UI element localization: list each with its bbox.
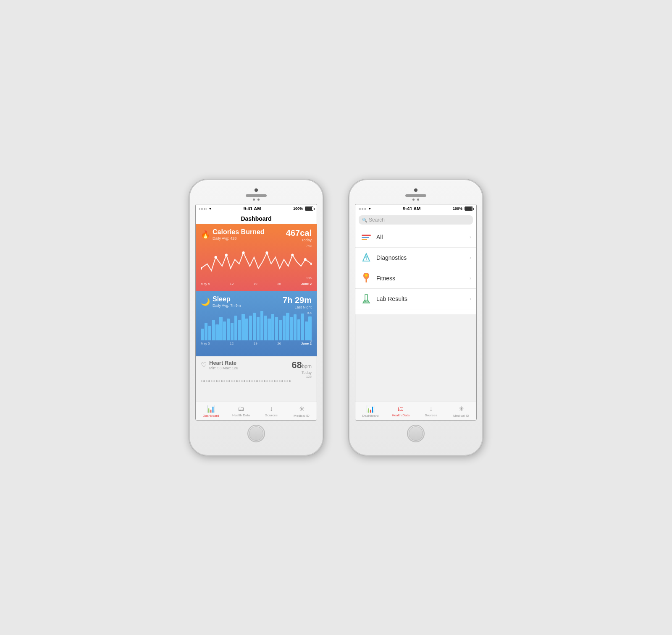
sensor-dot-2: [257, 199, 260, 201]
sleep-date-26: 26: [277, 342, 281, 345]
fitness-chevron: ›: [470, 275, 471, 281]
date-26: 26: [277, 282, 281, 286]
heart-dot: [276, 380, 278, 382]
heart-dot: [274, 380, 276, 382]
screen-2: ••••• ▾ 9:41 AM 100% 🔍 Search: [355, 204, 477, 421]
svg-point-13: [365, 274, 368, 277]
heart-dot: [284, 380, 286, 382]
tab-dashboard[interactable]: 📊 Dashboard: [196, 402, 226, 420]
tab2-health-data[interactable]: 🗂 Health Data: [386, 402, 416, 420]
all-label: All: [376, 234, 470, 240]
tab2-health-data-icon: 🗂: [397, 405, 404, 413]
search-placeholder: Search: [369, 217, 385, 223]
battery-percent-2: 100%: [453, 206, 462, 211]
heart-dot: [249, 380, 250, 382]
tab2-sources-label: Sources: [425, 413, 437, 417]
tab2-dashboard-label: Dashboard: [362, 414, 378, 418]
tab2-medical-id-label: Medical ID: [453, 414, 469, 418]
heart-dots: [201, 380, 312, 382]
sleep-subtitle: Daily Avg: 7h 9m: [213, 303, 241, 308]
sleep-date-19: 19: [254, 342, 257, 345]
flame-icon: 🔥: [201, 230, 210, 239]
status-right-2: 100%: [453, 206, 473, 211]
camera: [255, 188, 258, 192]
list-item-me[interactable]: Me ›: [355, 309, 476, 314]
heart-dot: [246, 380, 248, 382]
wifi-icon-2: ▾: [369, 206, 371, 211]
tab2-medical-id[interactable]: ✳ Medical ID: [446, 402, 476, 420]
calories-time: Today: [286, 238, 312, 242]
svg-point-9: [365, 256, 368, 258]
calories-title: Calories Burned: [213, 228, 265, 236]
sensors-2: [412, 199, 419, 201]
diagnostics-label: Diagnostics: [376, 254, 470, 261]
heart-dot: [244, 380, 245, 382]
tab-health-data[interactable]: 🗂 Health Data: [226, 402, 256, 420]
sleep-min: 0: [310, 339, 312, 343]
phone-health-data: ••••• ▾ 9:41 AM 100% 🔍 Search: [349, 179, 483, 456]
list-item-lab[interactable]: Lab Results ›: [355, 289, 476, 309]
sleep-date-may5: May 5: [201, 342, 210, 345]
sleep-max: 9.5: [307, 311, 312, 315]
all-icon: [360, 231, 372, 243]
battery-icon: [305, 206, 313, 211]
sleep-value-group: 7h 29m Last Night: [283, 295, 312, 309]
status-bar: ••••• ▾ 9:41 AM 100%: [196, 204, 317, 213]
sleep-card: 🌙 Sleep Daily Avg: 7h 9m 7h 29m Last Nig…: [196, 291, 317, 356]
tab2-dashboard-icon: 📊: [366, 405, 375, 413]
heart-dot: [239, 380, 240, 382]
heart-dot: [216, 380, 218, 382]
list-item-fitness[interactable]: Fitness ›: [355, 268, 476, 289]
home-button-inner: [249, 426, 263, 441]
heart-dot: [221, 380, 223, 382]
tab2-dashboard[interactable]: 📊 Dashboard: [355, 402, 386, 420]
list-item-all[interactable]: All ›: [355, 227, 476, 248]
heart-dot: [289, 380, 291, 382]
heart-dot: [271, 380, 273, 382]
phone-top: [195, 188, 318, 201]
heart-dot: [234, 380, 235, 382]
heart-dot: [269, 380, 270, 382]
heart-title: Heart Rate: [209, 360, 238, 366]
diagnostics-icon: [360, 252, 372, 264]
sleep-value: 7h 29m: [283, 295, 312, 305]
sleep-bars: [201, 311, 312, 340]
status-left-2: ••••• ▾: [359, 206, 371, 211]
svg-point-15: [367, 300, 368, 301]
tab-sources[interactable]: ↓ Sources: [256, 402, 286, 420]
battery-fill-2: [465, 207, 472, 210]
svg-point-14: [365, 301, 366, 302]
calories-header: 🔥 Calories Burned Daily Avg: 428 467cal …: [201, 228, 312, 242]
svg-point-6: [304, 258, 307, 261]
svg-point-3: [242, 251, 244, 254]
calories-card: 🔥 Calories Burned Daily Avg: 428 467cal …: [196, 224, 317, 291]
tab2-sources[interactable]: ↓ Sources: [416, 402, 446, 420]
heart-unit: bpm: [302, 363, 312, 369]
medical-id-icon: ✳: [299, 405, 304, 413]
tab-medical-id-label: Medical ID: [294, 414, 310, 418]
sleep-time: Last Night: [283, 305, 312, 309]
tab-dashboard-label: Dashboard: [202, 414, 219, 418]
home-button-2[interactable]: [407, 425, 425, 442]
wifi-icon: ▾: [209, 206, 211, 211]
heart-dot: [281, 380, 283, 382]
lab-icon: [360, 293, 372, 305]
dashboard-icon: 📊: [207, 405, 215, 413]
all-chevron: ›: [470, 234, 471, 240]
heart-dot: [231, 380, 233, 382]
heart-dot: [213, 380, 215, 382]
calories-value: 467cal: [286, 228, 312, 238]
camera-2: [414, 188, 417, 192]
heart-icon: ♡: [201, 361, 207, 369]
calories-dates: May 5 12 19 26 June 2: [201, 282, 312, 286]
heart-dot: [259, 380, 260, 382]
moon-icon: 🌙: [201, 297, 210, 306]
sleep-dates: May 5 12 19 26 June 2: [201, 342, 312, 345]
date-12: 12: [230, 282, 234, 286]
search-bar[interactable]: 🔍 Search: [359, 215, 473, 225]
home-button[interactable]: [247, 425, 265, 442]
calories-max: 743: [306, 244, 312, 248]
tab-medical-id[interactable]: ✳ Medical ID: [286, 402, 317, 420]
list-item-diagnostics[interactable]: Diagnostics ›: [355, 248, 476, 268]
date-may5: May 5: [201, 282, 210, 286]
